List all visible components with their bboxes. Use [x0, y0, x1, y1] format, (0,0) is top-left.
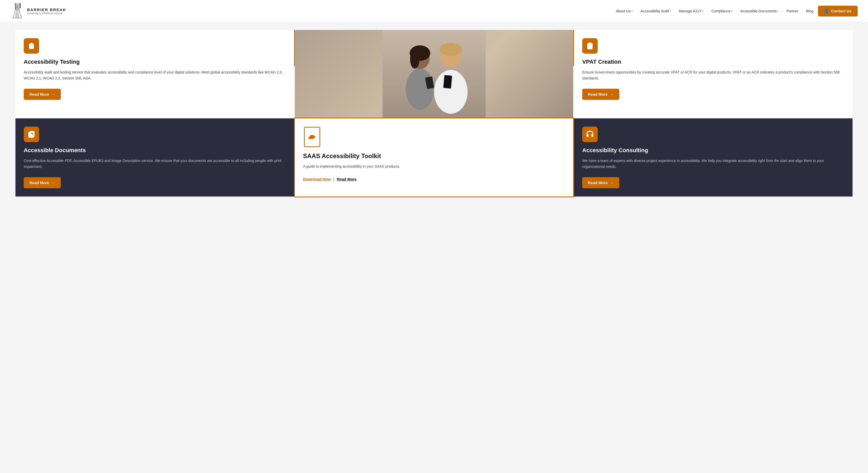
consulting-icon-wrap — [582, 127, 598, 142]
accessible-docs-desc: Cost-effective Accessible PDF, Accessibl… — [24, 158, 286, 170]
brand-name: BARRIER BREAK — [27, 7, 66, 12]
nav-about-chevron: ▾ — [631, 9, 633, 12]
saas-read-more[interactable]: Read More — [337, 177, 357, 181]
accessible-docs-title: Accessible Documents — [24, 147, 286, 154]
logo-icon — [10, 3, 25, 19]
nav-documents-label: Accessible Documents — [740, 9, 777, 13]
saas-title: SAAS Accessibility Toolkit — [303, 152, 565, 160]
accessible-docs-read-more[interactable]: Read More → — [24, 177, 61, 188]
svg-rect-1 — [15, 3, 16, 9]
contact-button[interactable]: 👤 Contact Us — [818, 6, 858, 17]
row1-container: Accessibility Testing Accessibility audi… — [16, 30, 852, 118]
consulting-desc: We have a team of experts with diverse p… — [582, 158, 844, 170]
nav-manage[interactable]: Manage A11Y ▾ — [676, 7, 707, 15]
accessible-docs-arrow: → — [51, 180, 55, 185]
svg-point-19 — [310, 135, 314, 139]
main-nav: About Us ▾ Accessibility Audit ▾ Manage … — [613, 6, 858, 17]
svg-point-10 — [406, 68, 434, 110]
accessibility-testing-btn-label: Read More — [29, 92, 49, 96]
nav-documents-chevron: ▾ — [778, 9, 779, 12]
clipboard-copy-icon — [27, 130, 36, 139]
services-section: Accessibility Testing Accessibility audi… — [0, 22, 868, 204]
nav-audit-chevron: ▾ — [670, 9, 671, 12]
nav-compliance-label: Compliance — [711, 9, 731, 13]
vpat-desc: Ensure Government opportunities by creat… — [582, 69, 844, 82]
saas-icon-wrap — [303, 127, 321, 147]
accessibility-testing-desc: Accessibility audit and testing service … — [24, 69, 286, 82]
headset-icon — [586, 130, 594, 139]
nav-audit-label: Accessibility Audit — [641, 9, 669, 13]
nav-about[interactable]: About Us ▾ — [613, 7, 636, 15]
logo-text: BARRIER BREAK creating a limitless futur… — [27, 7, 66, 15]
nav-blog-label: Blog — [806, 9, 813, 13]
clipboard-check-icon — [27, 42, 36, 50]
saas-actions: Download Now | Read More — [303, 177, 565, 181]
accessibility-testing-icon-wrap — [24, 38, 39, 54]
people-illustration — [295, 30, 574, 118]
contact-icon: 👤 — [824, 9, 829, 13]
card-accessibility-testing: Accessibility Testing Accessibility audi… — [16, 30, 294, 118]
accessibility-testing-read-more[interactable]: Read More → — [24, 89, 61, 100]
vpat-arrow: → — [610, 92, 614, 96]
card-consulting: Accessibility Consulting We have a team … — [574, 118, 852, 197]
svg-point-9 — [410, 51, 419, 68]
svg-rect-16 — [589, 43, 591, 44]
saas-download-btn[interactable]: Download Now — [303, 177, 331, 181]
vpat-title: VPAT Creation — [582, 58, 844, 66]
nav-documents[interactable]: Accessible Documents ▾ — [737, 7, 782, 15]
card-center-image — [295, 30, 574, 118]
nav-audit[interactable]: Accessibility Audit ▾ — [637, 7, 674, 15]
accessible-docs-icon-wrap — [24, 127, 39, 142]
vpat-icon-wrap — [582, 38, 598, 54]
vpat-read-more[interactable]: Read More → — [582, 89, 619, 100]
site-header: BARRIER BREAK creating a limitless futur… — [0, 0, 868, 22]
consulting-arrow: → — [610, 180, 614, 185]
nav-manage-label: Manage A11Y — [679, 9, 702, 13]
consulting-title: Accessibility Consulting — [582, 147, 844, 154]
nav-blog[interactable]: Blog — [803, 7, 816, 15]
svg-rect-2 — [20, 3, 21, 8]
nav-about-label: About Us — [616, 9, 631, 13]
card-accessible-docs: Accessible Documents Cost-effective Acce… — [16, 118, 294, 197]
nav-partner-label: Partner — [786, 9, 798, 13]
nav-compliance-chevron: ▾ — [731, 9, 733, 12]
page-wrapper: BARRIER BREAK creating a limitless futur… — [0, 0, 868, 204]
accessible-docs-btn-label: Read More — [29, 180, 49, 185]
svg-rect-15 — [443, 75, 452, 88]
contact-btn-label: Contact Us — [831, 9, 851, 13]
nav-compliance[interactable]: Compliance ▾ — [708, 7, 736, 15]
nav-partner[interactable]: Partner — [783, 7, 802, 15]
card-vpat: VPAT Creation Ensure Government opportun… — [574, 30, 852, 118]
row2-container: Accessible Documents Cost-effective Acce… — [16, 118, 852, 197]
read-more-arrow: → — [51, 92, 55, 96]
document-search-icon — [586, 42, 594, 50]
brand-tagline: creating a limitless future — [27, 12, 66, 15]
consulting-read-more[interactable]: Read More → — [582, 177, 619, 188]
card-saas: SAAS Accessibility Toolkit A guide to im… — [295, 118, 574, 197]
action-separator: | — [333, 177, 334, 181]
svg-point-13 — [439, 43, 462, 56]
nav-manage-chevron: ▾ — [702, 9, 704, 12]
pdf-acrobat-icon — [303, 127, 321, 147]
svg-rect-6 — [382, 30, 486, 118]
saas-desc: A guide to implementing accessibility in… — [303, 164, 565, 170]
accessibility-testing-title: Accessibility Testing — [24, 58, 286, 66]
consulting-btn-label: Read More — [588, 180, 608, 185]
vpat-btn-label: Read More — [588, 92, 608, 96]
people-image — [295, 30, 574, 118]
logo-area: BARRIER BREAK creating a limitless futur… — [10, 3, 66, 19]
